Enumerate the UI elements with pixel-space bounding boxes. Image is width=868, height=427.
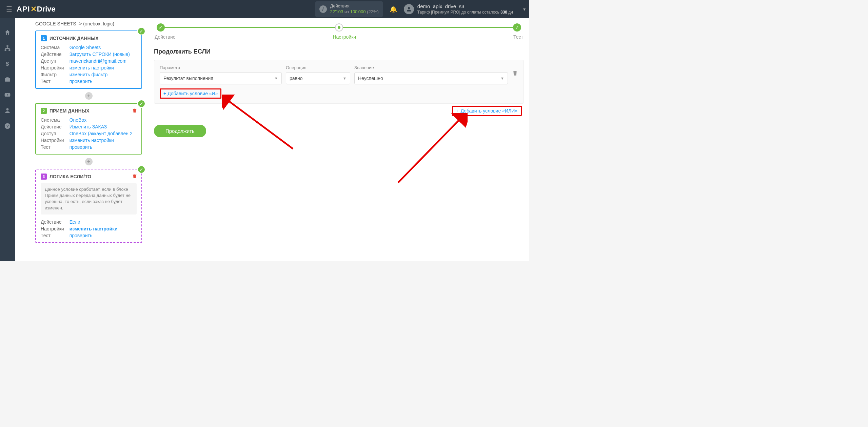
svg-rect-3 bbox=[8, 49, 10, 51]
link-action[interactable]: Загрузить СТРОКИ (новые) bbox=[70, 52, 130, 57]
logo[interactable]: API✕Drive bbox=[17, 5, 56, 14]
block-title: ЛОГИКА ЕСЛИ/ТО bbox=[50, 174, 91, 179]
link-settings[interactable]: изменить настройки bbox=[70, 226, 118, 231]
actions-pct: (22%) bbox=[367, 9, 379, 14]
help-icon[interactable]: ? bbox=[3, 122, 12, 130]
check-icon: ✓ bbox=[137, 27, 145, 35]
delete-condition-button[interactable] bbox=[512, 70, 518, 79]
label-test: Тест bbox=[41, 144, 64, 150]
caret-icon: ▼ bbox=[500, 76, 504, 80]
add-or-condition-button[interactable]: + Добавить условие «ИЛИ» bbox=[452, 106, 522, 116]
user-menu[interactable]: demo_apix_drive_s3 Тариф |Премиум PRO| д… bbox=[404, 3, 526, 15]
val-label: Значение bbox=[354, 65, 508, 70]
svg-point-7 bbox=[6, 108, 9, 110]
link-test[interactable]: проверить bbox=[70, 144, 133, 150]
param-label: Параметр bbox=[160, 65, 282, 70]
trash-icon[interactable] bbox=[132, 174, 137, 180]
param-select[interactable]: Результат выполнения ▼ bbox=[160, 72, 282, 84]
condition-panel: Параметр Результат выполнения ▼ Операция… bbox=[154, 60, 524, 104]
actions-current: 22'103 bbox=[330, 9, 343, 14]
label-access: Доступ bbox=[41, 131, 64, 136]
block-destination: ✓ 2 ПРИЕМ ДАННЫХ Система Действие Доступ… bbox=[35, 103, 142, 155]
left-rail: $ ? bbox=[0, 18, 15, 261]
block-logic: ✓ 3 ЛОГИКА ЕСЛИ/ТО Данное условие сработ… bbox=[35, 169, 142, 243]
block-source: ✓ 1 ИСТОЧНИК ДАННЫХ Система Действие Дос… bbox=[35, 30, 142, 89]
op-value: равно bbox=[290, 76, 303, 81]
link-access[interactable]: maverickandrii@gmail.com bbox=[70, 58, 130, 64]
check-icon: ✓ bbox=[137, 100, 145, 108]
svg-rect-2 bbox=[5, 49, 6, 51]
label-access: Доступ bbox=[41, 58, 64, 64]
block-title: ПРИЕМ ДАННЫХ bbox=[50, 108, 90, 114]
chevron-down-icon: ▾ bbox=[523, 6, 526, 12]
continue-button[interactable]: Продолжить bbox=[154, 125, 206, 137]
add-and-label: Добавить условие «И» bbox=[167, 91, 218, 96]
avatar-icon bbox=[404, 4, 414, 14]
caret-icon: ▼ bbox=[343, 76, 347, 80]
youtube-icon[interactable] bbox=[3, 91, 12, 99]
user-name: demo_apix_drive_s3 bbox=[417, 3, 513, 10]
actions-max: 100'000 bbox=[350, 9, 366, 14]
wizard-step-1[interactable]: ✓ bbox=[157, 23, 165, 32]
svg-rect-1 bbox=[7, 45, 8, 47]
info-icon: i bbox=[319, 5, 327, 13]
link-system[interactable]: Google Sheets bbox=[70, 45, 130, 50]
val-value: Неуспешно bbox=[358, 76, 383, 81]
link-action[interactable]: Если bbox=[70, 219, 118, 225]
trash-icon[interactable] bbox=[132, 108, 137, 114]
sidebar-panel: GOOGLE SHEETS -> (onebox, logic) ✓ 1 ИСТ… bbox=[15, 18, 149, 261]
plus-icon: + bbox=[163, 91, 166, 96]
user-icon[interactable] bbox=[3, 106, 12, 115]
home-icon[interactable] bbox=[3, 28, 12, 37]
wizard-label-2: Настройки bbox=[333, 34, 356, 40]
plus-icon: + bbox=[456, 108, 459, 114]
actions-of: из bbox=[344, 9, 349, 14]
link-action[interactable]: Изменить ЗАКАЗ bbox=[70, 124, 133, 129]
op-label: Операция bbox=[286, 65, 350, 70]
top-navbar: ☰ API✕Drive i Действия: 22'103 из 100'00… bbox=[0, 0, 529, 18]
wizard-steps: ✓ ✓ Действие Настройки Тест bbox=[154, 18, 524, 41]
block-description: Данное условие сработает, если в блоке П… bbox=[41, 183, 137, 215]
svg-text:?: ? bbox=[6, 124, 9, 128]
add-block-button[interactable]: + bbox=[85, 158, 93, 165]
add-and-condition-button[interactable]: + Добавить условие «И» bbox=[160, 88, 221, 99]
sitemap-icon[interactable] bbox=[3, 44, 12, 52]
add-block-button[interactable]: + bbox=[85, 92, 93, 100]
annotation-arrow bbox=[393, 113, 468, 188]
link-filter[interactable]: изменить фильтр bbox=[70, 72, 130, 77]
link-settings[interactable]: изменить настройки bbox=[70, 138, 133, 143]
svg-point-0 bbox=[408, 7, 410, 9]
section-title: Продолжить ЕСЛИ bbox=[154, 48, 524, 55]
hamburger-icon[interactable]: ☰ bbox=[3, 5, 15, 13]
check-icon: ✓ bbox=[137, 165, 145, 174]
wizard-step-3[interactable]: ✓ bbox=[513, 23, 521, 32]
wizard-label-3: Тест bbox=[513, 34, 523, 40]
svg-rect-5 bbox=[5, 78, 10, 82]
wizard-step-2[interactable] bbox=[335, 23, 343, 32]
tariff-prefix: Тариф |Премиум PRO| до оплаты осталось bbox=[417, 10, 500, 15]
param-value: Результат выполнения bbox=[163, 76, 213, 81]
link-test[interactable]: проверить bbox=[70, 79, 130, 84]
wizard-label-1: Действие bbox=[155, 34, 176, 40]
actions-counter[interactable]: i Действия: 22'103 из 100'000 (22%) bbox=[315, 1, 383, 17]
label-action: Действие bbox=[41, 219, 64, 225]
label-system: Система bbox=[41, 117, 64, 123]
label-settings: Настройки bbox=[41, 65, 64, 70]
val-select[interactable]: Неуспешно ▼ bbox=[354, 72, 508, 84]
caret-icon: ▼ bbox=[274, 76, 278, 80]
link-settings[interactable]: изменить настройки bbox=[70, 65, 130, 70]
label-settings: Настройки bbox=[41, 138, 64, 143]
block-number: 2 bbox=[41, 108, 47, 114]
label-action: Действие bbox=[41, 124, 64, 129]
add-or-label: Добавить условие «ИЛИ» bbox=[460, 108, 517, 114]
label-settings: Настройки bbox=[41, 226, 64, 231]
link-system[interactable]: OneBox bbox=[70, 117, 133, 123]
op-select[interactable]: равно ▼ bbox=[286, 72, 350, 84]
link-access[interactable]: OneBox (аккаунт добавлен 2 bbox=[70, 131, 133, 136]
bell-icon[interactable]: 🔔 bbox=[390, 5, 397, 13]
link-test[interactable]: проверить bbox=[70, 233, 118, 238]
briefcase-icon[interactable] bbox=[3, 75, 12, 83]
dollar-icon[interactable]: $ bbox=[3, 60, 12, 68]
label-action: Действие bbox=[41, 52, 64, 57]
label-system: Система bbox=[41, 45, 64, 50]
